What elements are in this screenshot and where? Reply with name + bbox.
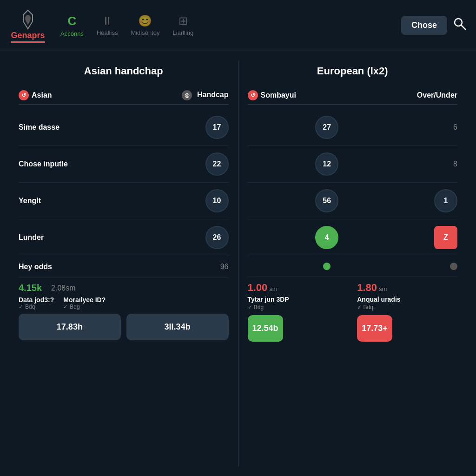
left-col1-header: ↺ Asian	[19, 90, 182, 100]
right-footer-val2: 1.80 sm	[357, 282, 457, 294]
right-row-4	[248, 256, 458, 277]
left-row-1-label: Chose inputle	[19, 160, 205, 168]
left-row-3-label: Lunder	[19, 233, 205, 242]
right-row-4-val2	[411, 263, 457, 270]
right-row-1-val2: 8	[411, 160, 457, 168]
left-row-2: Yenglt 10	[19, 183, 229, 219]
left-col2-header: ◎ Handcap	[182, 90, 228, 100]
search-button[interactable]	[453, 17, 467, 34]
right-footer-sub1: ✓ Bdg	[248, 304, 348, 311]
svg-line-1	[461, 25, 465, 29]
col2-icon: ◎	[182, 90, 192, 100]
left-panel-title: Asian handchap	[19, 65, 229, 77]
tab-healliss-label: Healliss	[97, 29, 118, 36]
left-row-4-label: Hey odds	[19, 263, 220, 271]
left-footer-label2: Moraιlyee ID?	[63, 296, 106, 304]
logo-icon	[17, 8, 39, 31]
healliss-icon: ⏸	[102, 14, 113, 27]
right-row-1: 12 8	[248, 146, 458, 183]
left-footer-sub1: ✓ Bdq	[19, 304, 54, 310]
right-footer-sub2: ✓ Bdq	[357, 304, 457, 311]
tab-midisentoy-label: Midisentoy	[131, 29, 159, 36]
right-row-1-val1: 12	[248, 152, 407, 176]
left-row-2-label: Yenglt	[19, 197, 205, 205]
acconns-icon: C	[68, 14, 77, 28]
left-row-3-badge: 26	[205, 226, 229, 249]
right-panel-title: European (lx2)	[248, 65, 458, 77]
right-footer-col2: 1.80 sm Anqual uradis ✓ Bdq 17.73+	[357, 282, 457, 342]
right-row-2: 56 1	[248, 183, 458, 219]
midisentoy-icon: 😊	[138, 14, 152, 27]
right-col1-icon: ↺	[248, 90, 258, 100]
main-content: Asian handchap ↺ Asian ◎ Handcap Sime da…	[0, 51, 476, 476]
right-col-headers: ↺ Sombayui Over/Under	[248, 86, 458, 105]
tab-acconns-label: Acconns	[60, 30, 84, 37]
left-footer-item2: Moraιlyee ID? ✓ Bdg	[63, 296, 106, 310]
left-row-1-badge: 22	[205, 152, 229, 176]
left-footer-values: 4.15k 2.08sm	[19, 283, 229, 293]
search-icon	[453, 17, 467, 31]
right-footer-val1: 1.00 sm	[248, 282, 348, 294]
left-row-1: Chose inputle 22	[19, 146, 229, 183]
nav-tabs: C Acconns ⏸ Healliss 😊 Midisentoy ⊞ Liar…	[60, 14, 387, 37]
right-row-3-val1: 4	[248, 226, 407, 249]
right-btn1[interactable]: 12.54b	[248, 315, 283, 342]
right-row-2-val2: 1	[411, 189, 457, 212]
left-row-0: Sime dasse 17	[19, 109, 229, 146]
left-panel: Asian handchap ↺ Asian ◎ Handcap Sime da…	[9, 60, 238, 467]
left-footer-buttons: 17.83h 3II.34b	[19, 314, 229, 340]
left-row-4: Hey odds 96	[19, 256, 229, 278]
logo-text: Genaprs	[11, 31, 45, 43]
left-btn1[interactable]: 17.83h	[19, 314, 121, 340]
header: Genaprs C Acconns ⏸ Healliss 😊 Midisento…	[0, 0, 476, 51]
col1-icon: ↺	[19, 90, 29, 100]
right-row-0: 27 6	[248, 109, 458, 146]
tab-liarlling-label: Liarlling	[173, 29, 194, 36]
left-row-3: Lunder 26	[19, 219, 229, 256]
right-row-3: 4 Z	[248, 219, 458, 256]
right-row-4-val1	[248, 263, 407, 270]
chose-button[interactable]: Chose	[401, 16, 447, 35]
tab-liarlling[interactable]: ⊞ Liarlling	[173, 14, 194, 36]
right-footer-label1: Tytar jun 3DP	[248, 296, 348, 303]
right-btn2[interactable]: 17.73+	[357, 315, 392, 342]
right-row-0-val2: 6	[411, 123, 457, 132]
header-actions: Chose	[401, 16, 467, 35]
left-footer-label1: Data jod3:?	[19, 296, 54, 304]
left-btn2[interactable]: 3II.34b	[126, 314, 229, 340]
right-row-3-val2: Z	[411, 226, 457, 249]
right-row-0-val1: 27	[248, 116, 407, 139]
left-row-0-badge: 17	[205, 116, 229, 139]
left-footer-labels: Data jod3:? ✓ Bdq Moraιlyee ID? ✓ Bdg	[19, 296, 229, 310]
logo-area: Genaprs	[9, 8, 46, 43]
tab-healliss[interactable]: ⏸ Healliss	[97, 14, 118, 36]
right-col2-header: Over/Under	[411, 91, 457, 99]
left-footer-val2: 2.08sm	[51, 284, 75, 292]
left-footer-sub2: ✓ Bdg	[63, 304, 106, 310]
right-footer-col1: 1.00 sm Tytar jun 3DP ✓ Bdg 12.54b	[248, 282, 348, 342]
right-footer: 1.00 sm Tytar jun 3DP ✓ Bdg 12.54b 1.80 …	[248, 282, 458, 342]
right-panel: European (lx2) ↺ Sombayui Over/Under 27 …	[238, 60, 467, 467]
right-col1-header: ↺ Sombayui	[248, 90, 411, 100]
liarlling-icon: ⊞	[178, 14, 188, 27]
left-footer-val1: 4.15k	[19, 283, 42, 293]
right-footer-label2: Anqual uradis	[357, 296, 457, 303]
left-row-0-label: Sime dasse	[19, 123, 205, 132]
left-col-headers: ↺ Asian ◎ Handcap	[19, 86, 229, 105]
left-row-4-value: 96	[220, 263, 229, 271]
tab-acconns[interactable]: C Acconns	[60, 14, 84, 37]
right-row-2-val1: 56	[248, 189, 407, 212]
tab-midisentoy[interactable]: 😊 Midisentoy	[131, 14, 159, 36]
left-footer-item1: Data jod3:? ✓ Bdq	[19, 296, 54, 310]
left-footer: 4.15k 2.08sm Data jod3:? ✓ Bdq Moraιlyee…	[19, 283, 229, 340]
left-row-2-badge: 10	[205, 189, 229, 212]
